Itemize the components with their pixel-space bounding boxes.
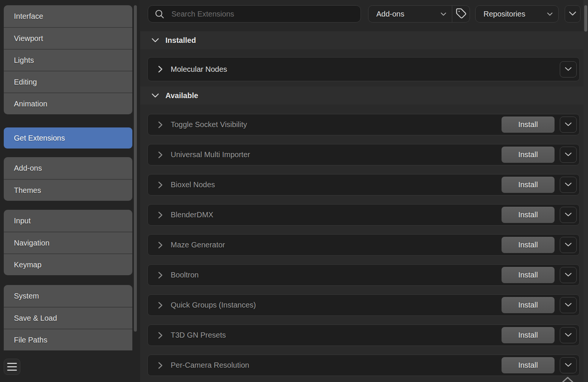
extension-row-toggle-socket-visibility[interactable]: Toggle Socket Visibility Install bbox=[147, 114, 580, 135]
sidebar-group-4: System Save & Load File Paths bbox=[4, 285, 132, 350]
extension-options-dropdown[interactable] bbox=[560, 117, 577, 133]
extension-row-molecular-nodes[interactable]: Molecular Nodes bbox=[147, 57, 580, 81]
extension-row-maze-generator[interactable]: Maze Generator Install bbox=[147, 234, 580, 256]
preferences-sidebar: Interface Viewport Lights Editing Animat… bbox=[0, 0, 140, 382]
extension-options-dropdown[interactable] bbox=[560, 267, 577, 283]
chevron-down-icon bbox=[152, 38, 159, 42]
available-panel-title: Available bbox=[165, 91, 198, 100]
sidebar-item-keymap[interactable]: Keymap bbox=[4, 253, 132, 275]
tag-filter-button[interactable] bbox=[452, 6, 470, 22]
extension-options-dropdown[interactable] bbox=[560, 357, 577, 373]
sidebar-item-animation[interactable]: Animation bbox=[4, 92, 132, 114]
install-button[interactable]: Install bbox=[502, 207, 555, 223]
extension-row-universal-multi-importer[interactable]: Universal Multi Importer Install bbox=[147, 144, 580, 165]
install-button[interactable]: Install bbox=[502, 177, 555, 193]
sidebar-item-file-paths[interactable]: File Paths bbox=[4, 329, 132, 350]
sidebar-item-label: Interface bbox=[14, 12, 43, 21]
sidebar-item-input[interactable]: Input bbox=[4, 210, 132, 232]
install-button[interactable]: Install bbox=[502, 237, 555, 253]
extension-options-dropdown[interactable] bbox=[560, 177, 577, 193]
sidebar-item-label: Save & Load bbox=[14, 314, 57, 323]
sidebar-scrollbar-thumb[interactable] bbox=[134, 5, 137, 332]
chevron-right-icon bbox=[158, 211, 163, 219]
sidebar-item-label: Get Extensions bbox=[14, 134, 65, 142]
extension-options-dropdown[interactable] bbox=[560, 327, 577, 343]
extension-options-dropdown[interactable] bbox=[560, 297, 577, 313]
extension-name: Booltron bbox=[171, 271, 199, 279]
main-scrollbar-track[interactable] bbox=[583, 0, 588, 382]
chevron-down-icon bbox=[565, 272, 572, 278]
sidebar-item-addons[interactable]: Add-ons bbox=[4, 157, 132, 179]
preferences-menu-button[interactable] bbox=[4, 359, 20, 375]
extension-name: Quick Groups (Instances) bbox=[171, 301, 256, 309]
sidebar-item-viewport[interactable]: Viewport bbox=[4, 27, 132, 49]
chevron-right-icon bbox=[158, 121, 163, 129]
extension-options-dropdown[interactable] bbox=[560, 61, 577, 77]
extension-options-dropdown[interactable] bbox=[560, 237, 577, 253]
sidebar-item-label: Themes bbox=[14, 186, 41, 195]
extension-name: Bioxel Nodes bbox=[171, 180, 215, 189]
sidebar-item-label: Lights bbox=[14, 56, 34, 65]
sidebar-group-3: Input Navigation Keymap bbox=[4, 210, 132, 275]
install-button[interactable]: Install bbox=[502, 327, 555, 343]
sidebar-item-interface[interactable]: Interface bbox=[4, 5, 132, 27]
chevron-down-icon bbox=[565, 152, 572, 158]
chevron-down-icon bbox=[565, 332, 572, 338]
install-button[interactable]: Install bbox=[502, 117, 555, 133]
sidebar-item-lights[interactable]: Lights bbox=[4, 49, 132, 71]
extension-row-blenderdmx[interactable]: BlenderDMX Install bbox=[147, 204, 580, 226]
type-filter-dropdown[interactable]: Add-ons bbox=[368, 6, 452, 22]
chevron-right-icon bbox=[158, 65, 163, 73]
type-filter-value: Add-ons bbox=[376, 10, 405, 18]
sidebar-item-label: File Paths bbox=[14, 336, 47, 344]
sidebar-item-label: System bbox=[14, 292, 39, 300]
sidebar-group-2: Add-ons Themes bbox=[4, 157, 132, 201]
chevron-down-icon bbox=[152, 93, 159, 98]
search-input[interactable] bbox=[171, 9, 355, 19]
sidebar-item-label: Input bbox=[14, 217, 30, 225]
extension-options-dropdown[interactable] bbox=[560, 147, 577, 163]
extension-name: Universal Multi Importer bbox=[171, 150, 250, 159]
install-button[interactable]: Install bbox=[502, 147, 555, 163]
menu-icon bbox=[7, 363, 17, 364]
chevron-right-icon bbox=[158, 241, 163, 249]
tag-icon bbox=[456, 8, 467, 20]
chevron-right-icon bbox=[158, 181, 163, 189]
extension-row-bioxel-nodes[interactable]: Bioxel Nodes Install bbox=[147, 174, 580, 196]
search-extensions-field[interactable] bbox=[148, 5, 361, 23]
install-button[interactable]: Install bbox=[502, 297, 555, 313]
repositories-dropdown[interactable]: Repositories bbox=[475, 5, 559, 23]
extension-row-booltron[interactable]: Booltron Install bbox=[147, 264, 580, 286]
extension-options-dropdown[interactable] bbox=[560, 207, 577, 223]
sidebar-item-editing[interactable]: Editing bbox=[4, 71, 132, 92]
sidebar-item-navigation[interactable]: Navigation bbox=[4, 232, 132, 253]
chevron-down-icon bbox=[569, 11, 576, 17]
available-panel-header[interactable]: Available bbox=[140, 86, 583, 105]
chevron-down-icon bbox=[441, 12, 446, 16]
installed-panel-title: Installed bbox=[165, 36, 196, 45]
extensions-settings-dropdown[interactable] bbox=[565, 5, 580, 23]
install-button[interactable]: Install bbox=[502, 267, 555, 283]
chevron-right-icon bbox=[158, 302, 163, 309]
blender-preferences-extensions: Interface Viewport Lights Editing Animat… bbox=[0, 0, 588, 382]
extension-row-per-camera-resolution[interactable]: Per-Camera Resolution Install bbox=[147, 355, 580, 376]
extension-name: Molecular Nodes bbox=[171, 65, 227, 74]
chevron-right-icon bbox=[158, 332, 163, 339]
chevron-down-icon bbox=[565, 67, 572, 72]
sidebar-item-save-load[interactable]: Save & Load bbox=[4, 307, 132, 329]
extension-row-t3d-gn-presets[interactable]: T3D GN Presets Install bbox=[147, 324, 580, 346]
chevron-right-icon bbox=[158, 151, 163, 159]
main-scrollbar-thumb[interactable] bbox=[584, 5, 587, 32]
sidebar-item-get-extensions-selected[interactable]: Get Extensions bbox=[4, 127, 132, 149]
sidebar-item-label: Keymap bbox=[14, 261, 41, 269]
extension-row-quick-groups-instances[interactable]: Quick Groups (Instances) Install bbox=[147, 294, 580, 316]
sidebar-item-label: Viewport bbox=[14, 34, 43, 43]
extension-name: Toggle Socket Visibility bbox=[171, 120, 247, 129]
sidebar-item-system[interactable]: System bbox=[4, 285, 132, 307]
menu-icon bbox=[7, 366, 17, 367]
installed-panel-header[interactable]: Installed bbox=[140, 31, 583, 49]
chevron-down-icon bbox=[547, 12, 553, 16]
menu-icon bbox=[7, 370, 17, 371]
install-button[interactable]: Install bbox=[502, 357, 555, 373]
sidebar-item-themes[interactable]: Themes bbox=[4, 179, 132, 201]
